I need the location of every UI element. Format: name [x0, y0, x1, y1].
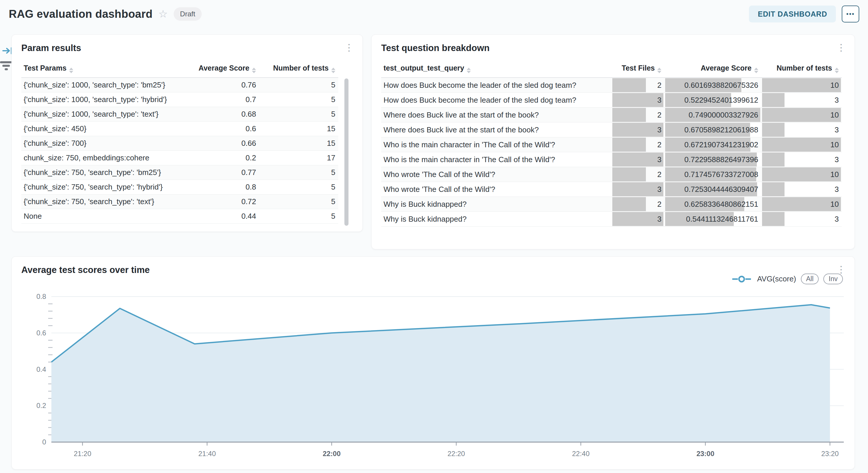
minibar-cell[interactable]: 10: [761, 77, 842, 93]
minibar-cell[interactable]: 0.5441113246811761: [664, 212, 761, 227]
table-row[interactable]: How does Buck become the leader of the s…: [381, 77, 842, 93]
card-menu-icon[interactable]: ⋮: [343, 42, 355, 54]
minibar-cell[interactable]: 3: [612, 182, 664, 197]
table-row[interactable]: {'chunk_size': 750, 'search_type': 'text…: [21, 194, 338, 209]
table-row[interactable]: None0.445: [21, 209, 338, 224]
minibar-cell[interactable]: 10: [761, 108, 842, 123]
table-cell[interactable]: 5: [259, 77, 338, 92]
minibar-cell[interactable]: 10: [761, 197, 842, 212]
table-cell[interactable]: 15: [259, 136, 338, 150]
minibar-cell[interactable]: 2: [612, 197, 664, 212]
table-row[interactable]: {'chunk_size': 1000, 'search_type': 'tex…: [21, 107, 338, 121]
query-cell[interactable]: Who is the main character in 'The Call o…: [381, 152, 612, 167]
minibar-cell[interactable]: 0.5229452401399612: [664, 93, 761, 108]
table-cell[interactable]: {'chunk_size': 750, 'search_type': 'text…: [21, 194, 174, 209]
table-row[interactable]: How does Buck become the leader of the s…: [381, 93, 842, 108]
query-cell[interactable]: Where does Buck live at the start of the…: [381, 123, 612, 137]
query-cell[interactable]: How does Buck become the leader of the s…: [381, 93, 612, 108]
table-cell[interactable]: chunk_size: 750, embeddings:cohere: [21, 150, 174, 165]
table-cell[interactable]: 0.6: [174, 121, 259, 136]
minibar-cell[interactable]: 10: [761, 167, 842, 182]
table-row[interactable]: Why is Buck kidnapped?30.544111324681176…: [381, 212, 842, 227]
column-header-test-files[interactable]: Test Files: [612, 64, 664, 77]
minibar-cell[interactable]: 0.7174576733727008: [664, 167, 761, 182]
table-cell[interactable]: 5: [259, 194, 338, 209]
table-cell[interactable]: 0.66: [174, 136, 259, 150]
table-row[interactable]: Who is the main character in 'The Call o…: [381, 152, 842, 167]
table-row[interactable]: chunk_size: 750, embeddings:cohere0.217: [21, 150, 338, 165]
minibar-cell[interactable]: 0.749000003327926: [664, 108, 761, 123]
table-cell[interactable]: 0.72: [174, 194, 259, 209]
table-cell[interactable]: {'chunk_size': 750, 'search_type': 'hybr…: [21, 180, 174, 194]
table-row[interactable]: Who wrote 'The Call of the Wild'?20.7174…: [381, 167, 842, 182]
minibar-cell[interactable]: 3: [761, 182, 842, 197]
column-header-number-of-tests[interactable]: Number of tests: [259, 64, 338, 77]
filter-icon[interactable]: [0, 61, 12, 72]
minibar-cell[interactable]: 3: [761, 93, 842, 108]
table-cell[interactable]: {'chunk_size': 450}: [21, 121, 174, 136]
table-cell[interactable]: 0.68: [174, 107, 259, 121]
column-header-number-of-tests[interactable]: Number of tests: [761, 64, 842, 77]
scores-chart-plot[interactable]: 00.20.40.60.821:2021:4022:0022:2022:4023…: [21, 292, 846, 467]
legend-inv-button[interactable]: Inv: [823, 274, 843, 284]
table-scrollbar[interactable]: [344, 78, 348, 226]
query-cell[interactable]: Why is Buck kidnapped?: [381, 212, 612, 227]
query-cell[interactable]: Who is the main character in 'The Call o…: [381, 137, 612, 152]
table-cell[interactable]: 17: [259, 150, 338, 165]
table-row[interactable]: {'chunk_size': 700}0.6615: [21, 136, 338, 150]
table-cell[interactable]: 5: [259, 180, 338, 194]
table-row[interactable]: {'chunk_size': 450}0.615: [21, 121, 338, 136]
minibar-cell[interactable]: 0.7253044446309407: [664, 182, 761, 197]
table-cell[interactable]: 0.44: [174, 209, 259, 224]
edit-dashboard-button[interactable]: EDIT DASHBOARD: [749, 5, 836, 23]
table-cell[interactable]: 5: [259, 209, 338, 224]
query-cell[interactable]: Who wrote 'The Call of the Wild'?: [381, 167, 612, 182]
card-menu-icon[interactable]: ⋮: [835, 42, 847, 54]
table-cell[interactable]: 15: [259, 121, 338, 136]
table-row[interactable]: Where does Buck live at the start of the…: [381, 123, 842, 137]
table-cell[interactable]: 5: [259, 92, 338, 107]
minibar-cell[interactable]: 3: [612, 152, 664, 167]
column-header-test-query[interactable]: test_output_test_query: [381, 64, 612, 77]
table-row[interactable]: Where does Buck live at the start of the…: [381, 108, 842, 123]
minibar-cell[interactable]: 3: [612, 212, 664, 227]
table-row[interactable]: {'chunk_size': 750, 'search_type': 'bm25…: [21, 165, 338, 180]
minibar-cell[interactable]: 0.6705898212061988: [664, 123, 761, 137]
table-cell[interactable]: 0.77: [174, 165, 259, 180]
table-row[interactable]: {'chunk_size': 750, 'search_type': 'hybr…: [21, 180, 338, 194]
minibar-cell[interactable]: 2: [612, 77, 664, 93]
minibar-cell[interactable]: 0.7229588826497396: [664, 152, 761, 167]
legend-series-label[interactable]: AVG(score): [757, 274, 796, 283]
column-header-average-score[interactable]: Average Score: [664, 64, 761, 77]
legend-all-button[interactable]: All: [801, 274, 819, 284]
minibar-cell[interactable]: 3: [612, 93, 664, 108]
table-cell[interactable]: 5: [259, 165, 338, 180]
minibar-cell[interactable]: 3: [761, 212, 842, 227]
minibar-cell[interactable]: 3: [612, 123, 664, 137]
table-row[interactable]: Why is Buck kidnapped?20.625833648086215…: [381, 197, 842, 212]
column-header-test-params[interactable]: Test Params: [21, 64, 174, 77]
table-row[interactable]: {'chunk_size': 1000, 'search_type': 'bm2…: [21, 77, 338, 92]
query-cell[interactable]: Why is Buck kidnapped?: [381, 197, 612, 212]
table-row[interactable]: Who is the main character in 'The Call o…: [381, 137, 842, 152]
minibar-cell[interactable]: 2: [612, 108, 664, 123]
table-cell[interactable]: 0.8: [174, 180, 259, 194]
table-cell[interactable]: 0.76: [174, 77, 259, 92]
table-cell[interactable]: {'chunk_size': 700}: [21, 136, 174, 150]
minibar-cell[interactable]: 3: [761, 152, 842, 167]
minibar-cell[interactable]: 2: [612, 137, 664, 152]
table-cell[interactable]: {'chunk_size': 1000, 'search_type': 'bm2…: [21, 77, 174, 92]
table-cell[interactable]: {'chunk_size': 1000, 'search_type': 'tex…: [21, 107, 174, 121]
favorite-star-icon[interactable]: ☆: [158, 9, 168, 19]
minibar-cell[interactable]: 0.6016938820675326: [664, 77, 761, 93]
table-row[interactable]: Who wrote 'The Call of the Wild'?30.7253…: [381, 182, 842, 197]
table-cell[interactable]: 0.7: [174, 92, 259, 107]
minibar-cell[interactable]: 3: [761, 123, 842, 137]
query-cell[interactable]: How does Buck become the leader of the s…: [381, 77, 612, 93]
table-row[interactable]: {'chunk_size': 1000, 'search_type': 'hyb…: [21, 92, 338, 107]
table-cell[interactable]: 5: [259, 107, 338, 121]
minibar-cell[interactable]: 0.6721907341231902: [664, 137, 761, 152]
query-cell[interactable]: Where does Buck live at the start of the…: [381, 108, 612, 123]
more-options-button[interactable]: •••: [842, 5, 859, 23]
query-cell[interactable]: Who wrote 'The Call of the Wild'?: [381, 182, 612, 197]
